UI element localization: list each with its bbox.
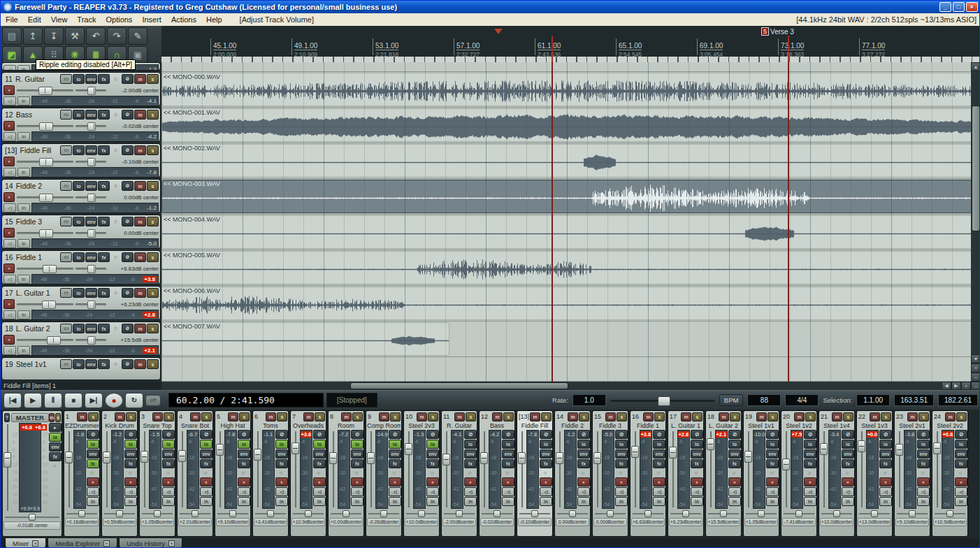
- volume-fader-thumb[interactable]: [39, 158, 53, 166]
- pan-fader[interactable]: [75, 229, 106, 236]
- repeat-button[interactable]: ↻: [125, 393, 143, 408]
- fx-button[interactable]: fx: [162, 459, 175, 468]
- monitor-button[interactable]: ◁: [238, 487, 250, 496]
- strip-pan-thumb[interactable]: [154, 510, 161, 517]
- input-button[interactable]: in: [917, 497, 930, 506]
- strip-mute-button[interactable]: m: [379, 412, 389, 421]
- strip-track-name[interactable]: Steel 1v4: [820, 421, 853, 430]
- io-button[interactable]: io: [73, 145, 85, 155]
- phase-button[interactable]: ⊘: [426, 430, 439, 439]
- mixer-strip[interactable]: 11msR. Guitar-4.1-6-18-30-42-54⊘ioenvfx○…: [441, 410, 477, 537]
- master-label[interactable]: MASTER: [11, 413, 49, 422]
- monitor-button[interactable]: ◁: [3, 96, 16, 106]
- tab-close-icon[interactable]: ×: [32, 540, 38, 547]
- solo-button[interactable]: s: [147, 74, 159, 84]
- record-arm-button[interactable]: ●: [313, 477, 326, 486]
- timeline-ruler[interactable]: 45.1.002:00.00049.1.002:10.90953.1.002:2…: [161, 26, 980, 62]
- io-button[interactable]: io: [162, 440, 175, 449]
- strip-fader-thumb[interactable]: [707, 438, 714, 450]
- volume-fader-thumb[interactable]: [42, 301, 56, 309]
- fx-button[interactable]: fx: [842, 459, 854, 468]
- strip-track-name[interactable]: Steel 2v3: [405, 421, 438, 430]
- mixer-strip[interactable]: 14msFiddle 2-1.2-6-18-30-42-54⊘ioenvfx○●…: [554, 410, 591, 537]
- io-button[interactable]: io: [73, 110, 85, 120]
- solo-button[interactable]: s: [147, 252, 159, 262]
- envelope-button[interactable]: env: [804, 449, 816, 459]
- envelope-button[interactable]: env: [238, 449, 250, 459]
- strip-mute-button[interactable]: m: [228, 412, 238, 421]
- strip-pan-thumb[interactable]: [78, 510, 85, 517]
- strip-fader-thumb[interactable]: [405, 443, 412, 455]
- input-button[interactable]: in: [842, 497, 854, 506]
- input-button[interactable]: in: [540, 497, 552, 506]
- io-button[interactable]: io: [275, 440, 288, 449]
- mixer-strip[interactable]: 8msRoom-7.2-6-18-30-42-54⊘ioenvfx○●◁in+0…: [328, 410, 364, 537]
- master-strip[interactable]: ?MASTERms12606121824303642+6.8+6.8+9.9+9…: [2, 410, 62, 537]
- fx-button[interactable]: fx: [766, 459, 779, 468]
- strip-track-name[interactable]: L. Guitar 1: [669, 421, 702, 430]
- strip-pan-fader[interactable]: [820, 510, 853, 518]
- envelope-button[interactable]: env: [691, 449, 703, 459]
- menu-actions[interactable]: Actions: [166, 15, 201, 24]
- arrange-view[interactable]: << MONO-000.WAV<< MONO-001.WAV<< MONO-00…: [161, 62, 971, 382]
- track-panel[interactable]: 14Fiddle 2▭ioenvfx○⊘ms●0.00dB center◁in-…: [1, 179, 161, 213]
- fx-button[interactable]: fx: [98, 324, 110, 333]
- strip-mute-button[interactable]: m: [870, 412, 880, 421]
- master-mute-button[interactable]: m: [49, 413, 55, 422]
- strip-volume-fader[interactable]: [744, 430, 752, 509]
- input-button[interactable]: in: [389, 497, 401, 506]
- phase-button[interactable]: ⊘: [653, 430, 665, 439]
- strip-fader-thumb[interactable]: [216, 444, 224, 456]
- record-arm-button[interactable]: ●: [3, 335, 15, 345]
- strip-mute-button[interactable]: m: [190, 412, 201, 421]
- menu-view[interactable]: View: [46, 15, 73, 24]
- strip-mute-button[interactable]: m: [832, 412, 842, 421]
- io-button[interactable]: io: [73, 74, 85, 84]
- fx-button[interactable]: fx: [98, 288, 110, 298]
- strip-track-name[interactable]: Fiddle Fill: [518, 421, 552, 430]
- strip-pan-fader[interactable]: [405, 510, 438, 518]
- phase-button[interactable]: ⊘: [122, 217, 134, 226]
- volume-fader[interactable]: [17, 301, 73, 308]
- fx-button[interactable]: fx: [313, 459, 326, 468]
- record-arm-button[interactable]: ●: [540, 477, 552, 486]
- record-ring[interactable]: ○: [879, 469, 891, 477]
- strip-pan-thumb[interactable]: [758, 510, 765, 517]
- mixer-strip[interactable]: 7msOverheads+3.6-6-18-30-42-54⊘ioenvfx○●…: [290, 410, 326, 537]
- volume-fader[interactable]: [17, 194, 73, 201]
- phase-button[interactable]: ⊘: [122, 252, 134, 262]
- hscroll-left-button[interactable]: ◀: [942, 382, 951, 390]
- record-ring[interactable]: ○: [389, 469, 400, 477]
- input-button[interactable]: in: [804, 497, 816, 506]
- monitor-button[interactable]: ◁: [3, 275, 16, 284]
- envelope-button[interactable]: env: [85, 324, 97, 333]
- arrange-track-row[interactable]: << MONO-006.WAV: [161, 286, 971, 322]
- mixer-strip[interactable]: 10msSteel 2v3-1.3-6-18-30-42-54⊘ioenvfx○…: [403, 410, 440, 537]
- record-arm-ring[interactable]: ○: [110, 253, 121, 261]
- io-button[interactable]: io: [766, 440, 779, 449]
- io-button[interactable]: io: [502, 440, 514, 449]
- mixer-strip[interactable]: 20msSteel 1v2+7.5-6-18-30-42-54⊘ioenvfx○…: [781, 410, 817, 537]
- io-button[interactable]: io: [238, 440, 250, 449]
- strip-track-name[interactable]: EZDrummer: [65, 421, 99, 430]
- strip-pan-thumb[interactable]: [305, 510, 312, 517]
- envelope-button[interactable]: env: [615, 449, 628, 459]
- tab-media-explorer[interactable]: Media Explorer×: [48, 538, 117, 548]
- record-ring[interactable]: ○: [200, 469, 211, 477]
- strip-pan-fader[interactable]: [65, 510, 99, 518]
- scroll-down-button[interactable]: ▼: [971, 354, 980, 363]
- record-arm-button[interactable]: ●: [879, 477, 892, 486]
- phase-button[interactable]: ⊘: [313, 430, 326, 439]
- track-name[interactable]: L. Guitar 2: [16, 324, 50, 333]
- record-ring[interactable]: ○: [313, 469, 324, 477]
- envelope-button[interactable]: env: [85, 288, 97, 298]
- mixer-strip[interactable]: 5msHigh Hat-7.8-6-18-30-42-54⊘ioenvfx○●◁…: [215, 410, 251, 537]
- track-panel[interactable]: 15Fiddle 3▭ioenvfx○⊘ms●0.00dB center◁in-…: [1, 215, 161, 249]
- monitor-button[interactable]: ◁: [3, 65, 16, 71]
- strip-pan-thumb[interactable]: [871, 510, 878, 517]
- solo-button[interactable]: s: [147, 288, 159, 298]
- phase-button[interactable]: ⊘: [122, 181, 134, 191]
- fx-button[interactable]: fx: [917, 459, 930, 468]
- envelope-button[interactable]: env: [85, 217, 97, 226]
- strip-track-name[interactable]: Comp Room: [367, 421, 401, 430]
